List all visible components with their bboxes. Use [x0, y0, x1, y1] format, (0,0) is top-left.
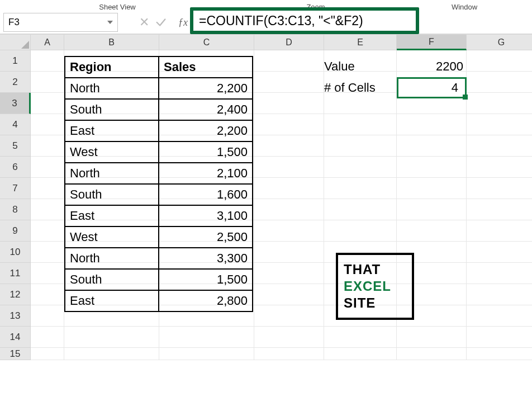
cell-D5[interactable]	[254, 135, 324, 157]
cell-A5[interactable]	[31, 135, 64, 157]
cell-F15[interactable]	[397, 348, 467, 360]
cell-B7[interactable]	[64, 178, 159, 199]
col-header-B[interactable]: B	[64, 35, 159, 50]
row-header-6[interactable]: 6	[0, 157, 31, 178]
cell-E14[interactable]	[324, 327, 397, 348]
cell-E15[interactable]	[324, 348, 397, 360]
row-header-11[interactable]: 11	[0, 263, 31, 284]
cell-D3[interactable]	[254, 93, 324, 114]
cell-E4[interactable]	[324, 114, 397, 135]
cells-area[interactable]: A B C D E F G Region Sales North2,200Sou…	[31, 35, 532, 360]
cell-B10[interactable]	[64, 242, 159, 263]
cell-B9[interactable]	[64, 220, 159, 242]
cell-E7[interactable]	[324, 178, 397, 199]
cell-G10[interactable]	[467, 242, 532, 263]
cell-C15[interactable]	[159, 348, 254, 360]
cell-G4[interactable]	[467, 114, 532, 135]
row-header-14[interactable]: 14	[0, 327, 31, 348]
row-header-13[interactable]: 13	[0, 305, 31, 327]
name-box[interactable]: F3	[3, 13, 118, 32]
row-header-1[interactable]: 1	[0, 50, 31, 72]
cell-F6[interactable]	[397, 157, 467, 178]
cell-B4[interactable]	[64, 114, 159, 135]
cell-F4[interactable]	[397, 114, 467, 135]
cell-B11[interactable]	[64, 263, 159, 284]
cell-C4[interactable]	[159, 114, 254, 135]
cell-E8[interactable]	[324, 199, 397, 220]
cell-A6[interactable]	[31, 157, 64, 178]
cell-G1[interactable]	[467, 50, 532, 72]
cell-A8[interactable]	[31, 199, 64, 220]
cell-F5[interactable]	[397, 135, 467, 157]
cell-A12[interactable]	[31, 284, 64, 305]
cell-D6[interactable]	[254, 157, 324, 178]
row-header-5[interactable]: 5	[0, 135, 31, 157]
cell-G9[interactable]	[467, 220, 532, 242]
cell-B6[interactable]	[64, 157, 159, 178]
cell-G5[interactable]	[467, 135, 532, 157]
row-header-8[interactable]: 8	[0, 199, 31, 220]
cell-E5[interactable]	[324, 135, 397, 157]
col-header-C[interactable]: C	[159, 35, 254, 50]
cell-A3[interactable]	[31, 93, 64, 114]
cell-C3[interactable]	[159, 93, 254, 114]
cell-F7[interactable]	[397, 178, 467, 199]
select-all-corner[interactable]	[0, 35, 31, 50]
cell-B8[interactable]	[64, 199, 159, 220]
spreadsheet-grid[interactable]: 1 2 3 4 5 6 7 8 9 10 11 12 13 14 15 A B …	[0, 35, 532, 360]
cell-C7[interactable]	[159, 178, 254, 199]
col-header-G[interactable]: G	[467, 35, 532, 50]
cell-D11[interactable]	[254, 263, 324, 284]
cell-B14[interactable]	[64, 327, 159, 348]
cell-D1[interactable]	[254, 50, 324, 72]
row-header-3[interactable]: 3	[0, 93, 31, 114]
col-header-E[interactable]: E	[324, 35, 397, 50]
cell-F3[interactable]	[397, 93, 467, 114]
cell-D15[interactable]	[254, 348, 324, 360]
cell-A13[interactable]	[31, 305, 64, 327]
cell-F9[interactable]	[397, 220, 467, 242]
col-header-D[interactable]: D	[254, 35, 324, 50]
cell-G13[interactable]	[467, 305, 532, 327]
cell-D9[interactable]	[254, 220, 324, 242]
formula-bar[interactable]: =COUNTIF(C3:C13, "<"&F2)	[192, 11, 529, 34]
row-header-2[interactable]: 2	[0, 72, 31, 93]
cell-A9[interactable]	[31, 220, 64, 242]
cell-D10[interactable]	[254, 242, 324, 263]
value-cell[interactable]: 2200	[397, 56, 467, 77]
row-header-12[interactable]: 12	[0, 284, 31, 305]
cell-F8[interactable]	[397, 199, 467, 220]
cell-C13[interactable]	[159, 305, 254, 327]
fx-icon[interactable]: ƒx	[178, 17, 188, 29]
cell-A11[interactable]	[31, 263, 64, 284]
cell-C10[interactable]	[159, 242, 254, 263]
cell-A10[interactable]	[31, 242, 64, 263]
cell-B13[interactable]	[64, 305, 159, 327]
cell-C5[interactable]	[159, 135, 254, 157]
cell-A7[interactable]	[31, 178, 64, 199]
cell-D13[interactable]	[254, 305, 324, 327]
row-header-10[interactable]: 10	[0, 242, 31, 263]
cell-C8[interactable]	[159, 199, 254, 220]
cell-C6[interactable]	[159, 157, 254, 178]
cell-A15[interactable]	[31, 348, 64, 360]
col-header-F[interactable]: F	[397, 35, 467, 50]
cell-C2[interactable]	[159, 72, 254, 93]
cell-D7[interactable]	[254, 178, 324, 199]
cell-B2[interactable]	[64, 72, 159, 93]
cell-C11[interactable]	[159, 263, 254, 284]
cell-G15[interactable]	[467, 348, 532, 360]
cell-A1[interactable]	[31, 50, 64, 72]
cell-G12[interactable]	[467, 284, 532, 305]
cell-C14[interactable]	[159, 327, 254, 348]
cell-D2[interactable]	[254, 72, 324, 93]
cell-G8[interactable]	[467, 199, 532, 220]
row-header-7[interactable]: 7	[0, 178, 31, 199]
chevron-down-icon[interactable]	[107, 21, 113, 24]
cell-B3[interactable]	[64, 93, 159, 114]
cell-G11[interactable]	[467, 263, 532, 284]
cell-D8[interactable]	[254, 199, 324, 220]
cell-E9[interactable]	[324, 220, 397, 242]
cell-D12[interactable]	[254, 284, 324, 305]
row-header-15[interactable]: 15	[0, 348, 31, 360]
